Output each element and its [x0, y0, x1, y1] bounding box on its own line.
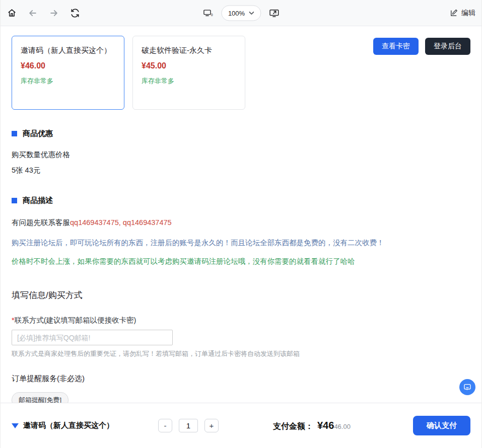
- edit-button[interactable]: 编辑: [450, 9, 475, 18]
- main-content: 邀请码（新人直接买这个） ¥46.00 库存非常多 破走软件验证-永久卡 ¥45…: [1, 36, 481, 408]
- selected-product-name: 邀请码（新人直接买这个）: [23, 421, 114, 430]
- home-icon[interactable]: [7, 8, 17, 18]
- description-line-green: 价格时不时会上涨，如果你需要的东西就可以考虑购买邀请码注册论坛哦，没有你需要的就…: [12, 257, 470, 266]
- chat-fab-button[interactable]: [459, 379, 475, 395]
- confirm-pay-button[interactable]: 确认支付: [413, 416, 470, 435]
- description-line-blue: 购买注册论坛后，即可玩论坛所有的东西，注册后的账号是永久的！而且论坛全部东西都是…: [12, 238, 470, 248]
- zoom-level-value: 100%: [228, 9, 245, 17]
- contact-input[interactable]: [12, 330, 173, 345]
- description-section-title: 商品描述: [23, 196, 53, 205]
- product-price: ¥45.00: [142, 61, 236, 70]
- cast-screen-icon[interactable]: [269, 8, 279, 18]
- product-stock-status: 库存非常多: [142, 77, 236, 86]
- contact-field-label-text: 联系方式(建议填写邮箱以便接收卡密): [15, 316, 136, 324]
- device-toolbar-icon[interactable]: 0: [203, 8, 213, 18]
- view-card-key-button[interactable]: 查看卡密: [373, 38, 419, 55]
- toolbar: 0 100% 编辑: [1, 0, 481, 26]
- page: 0 100% 编辑 邀请码（新人直接买这个） ¥46.00 库存非常多 破走软件…: [0, 0, 482, 448]
- contact-qq-numbers: qq1469437475, qq1469437475: [70, 218, 172, 227]
- product-card-row: 邀请码（新人直接买这个） ¥46.00 库存非常多 破走软件验证-永久卡 ¥45…: [12, 36, 470, 110]
- promo-tier-line: 5张 43元: [12, 166, 470, 175]
- chat-bubble-icon: [463, 383, 471, 391]
- product-title: 破走软件验证-永久卡: [142, 44, 236, 57]
- toolbar-center-group: 0 100%: [203, 5, 279, 21]
- pay-amount-label: 支付金额：: [273, 421, 313, 432]
- triangle-down-icon: [12, 423, 19, 428]
- contact-service-line: 有问题先联系客服qq1469437475, qq1469437475: [12, 218, 470, 228]
- description-section-header: 商品描述: [12, 196, 470, 205]
- pay-amount-group: 支付金额： ¥46 46.00: [273, 420, 351, 432]
- product-stock-status: 库存非常多: [21, 77, 115, 86]
- top-action-buttons: 查看卡密 登录后台: [373, 38, 470, 55]
- purchase-form-header: 填写信息/购买方式: [12, 289, 470, 301]
- zoom-level-dropdown[interactable]: 100%: [221, 5, 261, 21]
- quantity-input[interactable]: [179, 419, 198, 432]
- forward-icon[interactable]: [49, 8, 59, 18]
- quantity-minus-button[interactable]: -: [158, 419, 172, 432]
- chevron-down-icon: [249, 11, 254, 15]
- pay-amount-decimal: 46.00: [334, 423, 351, 430]
- checkout-bar: 邀请码（新人直接买这个） - + 支付金额： ¥46 46.00 确认支付: [1, 403, 481, 448]
- promo-line: 购买数量优惠价格: [12, 150, 470, 160]
- product-price: ¥46.00: [21, 61, 115, 70]
- quantity-plus-button[interactable]: +: [204, 419, 219, 432]
- product-title: 邀请码（新人直接买这个）: [21, 44, 115, 57]
- product-card-invite-code[interactable]: 邀请码（新人直接买这个） ¥46.00 库存非常多: [12, 36, 124, 110]
- section-bullet-icon: [12, 198, 17, 203]
- quantity-stepper: - +: [158, 419, 219, 432]
- pay-amount-value: ¥46: [317, 420, 334, 431]
- selected-product-toggle[interactable]: 邀请码（新人直接买这个）: [12, 421, 114, 430]
- edit-button-label: 编辑: [461, 9, 475, 18]
- product-card-software-license[interactable]: 破走软件验证-永久卡 ¥45.00 库存非常多: [132, 36, 245, 110]
- back-icon[interactable]: [28, 8, 38, 18]
- toolbar-nav-group: [7, 8, 80, 18]
- contact-help-text: 联系方式是商家处理售后的重要凭证，请勿乱写！若填写邮箱，订单通过后卡密将自动发送…: [12, 349, 470, 358]
- edit-pencil-icon: [450, 9, 458, 17]
- section-bullet-icon: [12, 131, 17, 136]
- contact-field-label: *联系方式(建议填写邮箱以便接收卡密): [12, 316, 470, 325]
- refresh-icon[interactable]: [70, 8, 80, 18]
- login-admin-button[interactable]: 登录后台: [425, 38, 470, 55]
- promo-section-header: 商品优惠: [12, 129, 470, 138]
- svg-text:0: 0: [211, 13, 213, 17]
- promo-section-title: 商品优惠: [23, 129, 53, 138]
- contact-service-prefix: 有问题先联系客服: [12, 218, 70, 227]
- order-remind-label: 订单提醒服务(非必选): [12, 374, 470, 384]
